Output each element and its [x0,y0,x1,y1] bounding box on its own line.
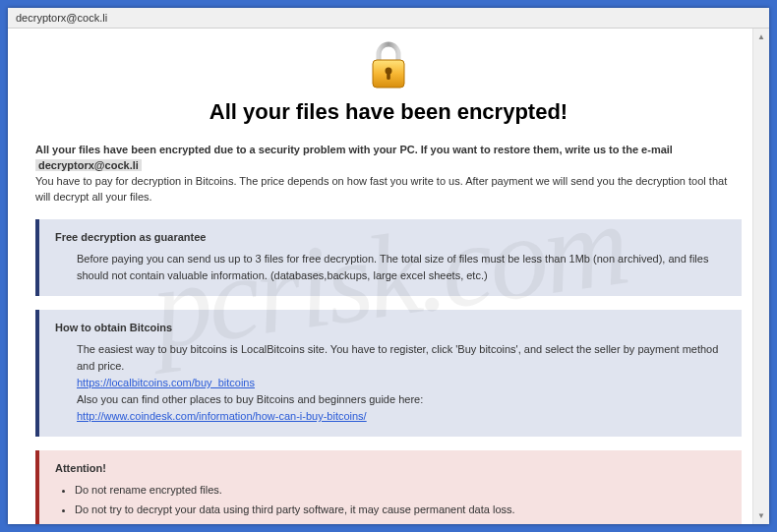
attention-box: Attention! Do not rename encrypted files… [35,450,742,524]
main-heading: All your files have been encrypted! [35,99,742,125]
bitcoins-line1: The easiest way to buy bitcoins is Local… [77,341,726,375]
coindesk-link[interactable]: http://www.coindesk.com/information/how-… [77,410,367,422]
ransom-note-body: All your files have been encrypted! All … [8,29,769,524]
localbitcoins-link[interactable]: https://localbitcoins.com/buy_bitcoins [77,377,255,388]
bitcoins-box: How to obtain Bitcoins The easiest way t… [35,310,742,437]
window-title: decryptorx@cock.li [16,12,107,24]
contact-email: decryptorx@cock.li [35,159,142,171]
intro-plain-text: You have to pay for decryption in Bitcoi… [35,175,727,203]
chevron-down-icon: ▼ [757,511,765,520]
guarantee-title: Free decryption as guarantee [55,229,726,246]
window-titlebar: decryptorx@cock.li [8,8,769,29]
list-item: Do not try to decrypt your data using th… [75,502,726,518]
lock-icon [365,40,412,93]
attention-list: Do not rename encrypted files. Do not tr… [55,482,726,524]
lock-icon-wrap [35,40,742,93]
guarantee-box: Free decryption as guarantee Before payi… [35,219,742,296]
list-item: Decryption of your files with the help o… [75,521,726,524]
app-window: decryptorx@cock.li pcrisk.com [8,8,769,524]
attention-title: Attention! [55,460,726,477]
scroll-down-arrow[interactable]: ▼ [753,507,769,524]
guarantee-body: Before paying you can send us up to 3 fi… [55,251,726,284]
svg-rect-2 [387,72,390,80]
content-scroll-area: pcrisk.com [8,29,769,524]
scroll-up-arrow[interactable]: ▲ [753,29,769,45]
bitcoins-title: How to obtain Bitcoins [55,320,726,336]
chevron-up-icon: ▲ [757,32,765,41]
list-item: Do not rename encrypted files. [75,482,726,499]
bitcoins-line2: Also you can find other places to buy Bi… [77,391,726,408]
intro-paragraph: All your files have been encrypted due t… [35,143,742,206]
bitcoins-body: The easiest way to buy bitcoins is Local… [55,341,726,425]
vertical-scrollbar[interactable]: ▲ ▼ [752,29,769,524]
intro-bold-text: All your files have been encrypted due t… [35,144,673,155]
